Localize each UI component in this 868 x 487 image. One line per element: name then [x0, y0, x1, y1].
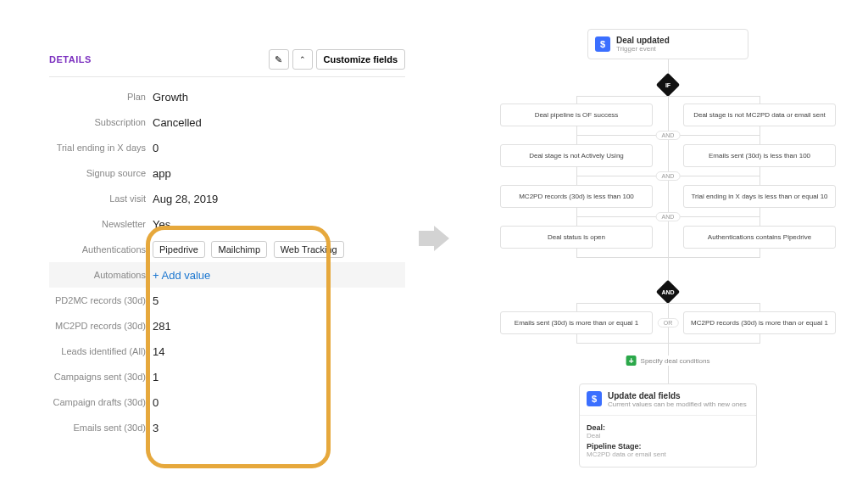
dollar-icon: $: [595, 36, 610, 52]
detail-label: Authentications: [49, 244, 153, 255]
detail-row-plan: Plan Growth: [49, 84, 405, 109]
and-pill: AND: [656, 131, 681, 140]
condition-mc2pd-ge-1[interactable]: MC2PD records (30d) is more than or equa…: [683, 311, 836, 334]
flow-line: [576, 96, 760, 97]
customize-fields-button[interactable]: Customize fields: [316, 49, 405, 70]
trigger-text: Deal updated Trigger event: [616, 36, 670, 53]
condition-deal-status-open[interactable]: Deal status is open: [500, 226, 653, 249]
collapse-button[interactable]: ⌃: [292, 49, 313, 70]
condition-trial-le-10[interactable]: Trial ending in X days is less than or e…: [683, 185, 836, 208]
trigger-subtitle: Trigger event: [616, 45, 670, 53]
and-diamond-label: AND: [661, 289, 674, 295]
detail-row-leads-identified: Leads identified (All) 14: [49, 339, 405, 364]
details-panel: DETAILS ✎ ⌃ Customize fields Plan Growth…: [49, 49, 405, 440]
detail-value: app: [153, 167, 171, 180]
detail-row-subscription: Subscription Cancelled: [49, 109, 405, 135]
detail-label: Last visit: [49, 193, 153, 204]
detail-row-automations[interactable]: Automations + Add value: [49, 262, 405, 288]
detail-row-last-visit: Last visit Aug 28, 2019: [49, 186, 405, 211]
detail-row-newsletter: Newsletter Yes: [49, 211, 405, 237]
flow-line: [576, 343, 760, 344]
flow-line: [668, 58, 669, 389]
and-pill: AND: [656, 212, 681, 221]
detail-label: Newsletter: [49, 219, 153, 229]
action-header: $ Update deal fields Current values can …: [580, 384, 756, 416]
and-pill: AND: [656, 171, 681, 181]
condition-pipeline-success[interactable]: Deal pipeline is OF success: [500, 104, 653, 126]
specify-conditions-label: Specify deal conditions: [641, 357, 710, 365]
detail-label: Campaign drafts (30d): [49, 397, 153, 407]
detail-value: Yes: [153, 218, 170, 231]
if-label: IF: [665, 82, 670, 88]
detail-row-campaigns-sent: Campaigns sent (30d) 1: [49, 364, 405, 389]
auth-tag-web-tracking[interactable]: Web Tracking: [274, 241, 344, 258]
auth-tag-pipedrive[interactable]: Pipedrive: [153, 241, 205, 258]
detail-row-signup-source: Signup source app: [49, 160, 405, 186]
detail-label: Trial ending in X days: [49, 143, 153, 153]
detail-value: 0: [153, 396, 159, 409]
detail-row-mc2pd-records: MC2PD records (30d) 281: [49, 313, 405, 339]
detail-row-authentications: Authentications Pipedrive Mailchimp Web …: [49, 237, 405, 262]
detail-label: Emails sent (30d): [49, 423, 153, 433]
collapse-icon: ⌃: [299, 55, 306, 64]
specify-conditions-link[interactable]: + Specify deal conditions: [623, 355, 714, 366]
pencil-icon: ✎: [275, 54, 282, 65]
action-body: Deal: Deal Pipeline Stage: MC2PD data or…: [580, 416, 756, 467]
action-field-stage-label: Pipeline Stage:: [587, 442, 749, 451]
detail-label: Automations: [49, 270, 153, 280]
condition-auth-contains-pipedrive[interactable]: Authentications contains Pipedrive: [683, 226, 836, 249]
action-field-deal-label: Deal:: [587, 423, 749, 432]
action-update-deal-fields[interactable]: $ Update deal fields Current values can …: [579, 383, 757, 467]
details-title: DETAILS: [49, 54, 92, 64]
condition-stage-not-actively-using[interactable]: Deal stage is not Actively Using: [500, 144, 653, 167]
action-title: Update deal fields: [608, 391, 747, 400]
detail-value: Pipedrive Mailchimp Web Tracking: [153, 241, 348, 258]
detail-label: PD2MC records (30d): [49, 295, 153, 305]
detail-value: 1: [153, 371, 159, 383]
flow-line: [760, 207, 760, 226]
detail-label: Plan: [49, 92, 153, 102]
detail-label: MC2PD records (30d): [49, 321, 153, 331]
add-value-link[interactable]: + Add value: [153, 269, 210, 282]
trigger-title: Deal updated: [616, 36, 670, 45]
flow-line: [576, 303, 577, 311]
condition-emails-ge-1[interactable]: Emails sent (30d) is more than or equal …: [500, 311, 653, 334]
detail-value: Aug 28, 2019: [153, 193, 218, 205]
detail-value: 281: [153, 320, 171, 333]
detail-row-emails-sent: Emails sent (30d) 3: [49, 415, 405, 440]
action-subtitle: Current values can be modified with new …: [608, 400, 747, 408]
action-header-text: Update deal fields Current values can be…: [608, 391, 747, 408]
condition-stage-not-mc2pd[interactable]: Deal stage is not MC2PD data or email se…: [683, 104, 836, 126]
edit-button[interactable]: ✎: [269, 49, 289, 70]
details-header: DETAILS ✎ ⌃ Customize fields: [49, 49, 405, 77]
flow-line: [576, 257, 760, 258]
flow-line: [760, 248, 760, 258]
detail-value: 0: [153, 142, 159, 154]
header-controls: ✎ ⌃ Customize fields: [269, 49, 405, 70]
flow-line: [576, 303, 760, 304]
detail-label: Campaigns sent (30d): [49, 372, 153, 382]
detail-value: 3: [153, 422, 159, 434]
detail-value: Cancelled: [153, 116, 202, 129]
detail-label: Leads identified (All): [49, 346, 153, 356]
detail-value: Growth: [153, 91, 188, 104]
detail-value: 14: [153, 345, 164, 358]
condition-emails-lt-100[interactable]: Emails sent (30d) is less than 100: [683, 144, 836, 167]
action-field-deal-value: Deal: [587, 432, 749, 439]
detail-rows: Plan Growth Subscription Cancelled Trial…: [49, 84, 405, 440]
detail-label: Subscription: [49, 117, 153, 127]
detail-row-campaign-drafts: Campaign drafts (30d) 0: [49, 389, 405, 415]
action-field-stage-value: MC2PD data or email sent: [587, 451, 749, 458]
detail-row-pd2mc-records: PD2MC records (30d) 5: [49, 288, 405, 313]
auth-tag-mailchimp[interactable]: Mailchimp: [211, 241, 267, 258]
detail-label: Signup source: [49, 168, 153, 178]
automation-flow: $ Deal updated Trigger event IF Deal pip…: [480, 17, 856, 482]
trigger-card[interactable]: $ Deal updated Trigger event: [587, 29, 748, 59]
or-pill: OR: [658, 318, 679, 327]
detail-value: 5: [153, 294, 159, 307]
plus-icon: +: [626, 355, 637, 366]
dollar-icon: $: [587, 391, 602, 406]
condition-mc2pd-lt-100[interactable]: MC2PD records (30d) is less than 100: [500, 185, 653, 208]
flow-line: [760, 303, 760, 311]
detail-row-trial-ending: Trial ending in X days 0: [49, 135, 405, 160]
